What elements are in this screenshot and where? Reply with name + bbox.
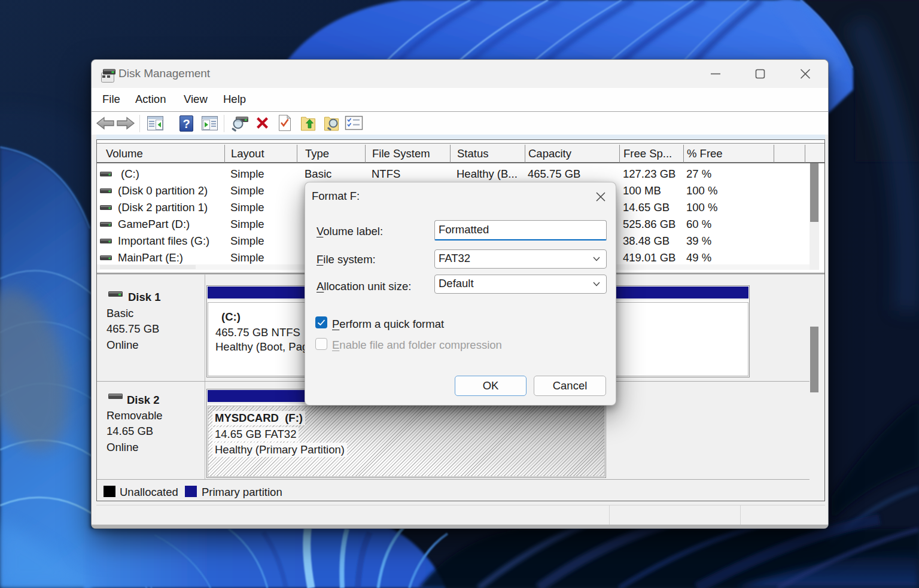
svg-text:?: ? <box>182 117 190 130</box>
